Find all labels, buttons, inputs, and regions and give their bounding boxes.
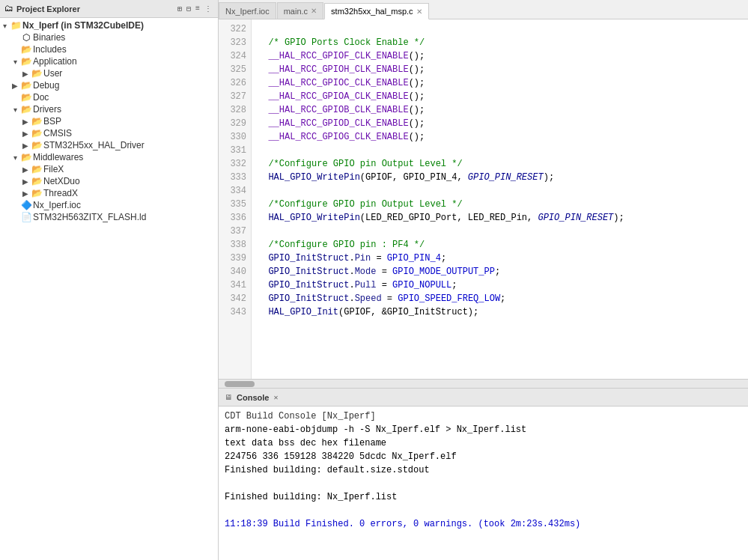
- line-number: 331: [223, 144, 246, 157]
- tree-arrow: ▾: [0, 22, 9, 30]
- line-number: 330: [223, 130, 246, 144]
- tab-stm32h5xx_hal_msp_c[interactable]: stm32h5xx_hal_msp.c✕: [324, 3, 428, 19]
- tree-icon: 📂: [19, 152, 33, 162]
- expand-icon[interactable]: ⊟: [185, 4, 192, 14]
- tree-item-debug[interactable]: ▶ 📂 Debug: [0, 79, 218, 91]
- console-title: Console: [237, 393, 269, 402]
- project-explorer: 🗂 Project Explorer ⊞ ⊟ ≡ ⋮ ▾ 📁 Nx_Iperf …: [0, 0, 219, 560]
- code-content[interactable]: /* GPIO Ports Clock Enable */ __HAL_RCC_…: [252, 19, 748, 379]
- tree-arrow: ▶: [21, 70, 30, 78]
- tree-item-includes[interactable]: 📂 Includes: [0, 43, 218, 55]
- console-line: [225, 477, 742, 490]
- code-line: __HAL_RCC_GPIOF_CLK_ENABLE();: [258, 49, 742, 63]
- tree-icon: 📂: [19, 56, 33, 67]
- line-number: 324: [223, 49, 246, 63]
- tab-close-icon[interactable]: ✕: [416, 7, 422, 16]
- line-number: 332: [223, 157, 246, 171]
- scrollbar-thumb[interactable]: [225, 381, 255, 387]
- tree-icon: 📂: [30, 188, 43, 198]
- tab-label: main.c: [284, 7, 308, 16]
- tree-item-threadx[interactable]: ▶ 📂 ThreadX: [0, 187, 218, 199]
- tree-item-netxduo[interactable]: ▶ 📂 NetXDuo: [0, 175, 218, 187]
- tree-item-filex[interactable]: ▶ 📂 FileX: [0, 163, 218, 175]
- tree-item-doc[interactable]: 📂 Doc: [0, 91, 218, 103]
- tree-arrow: ▶: [21, 177, 30, 186]
- code-line: __HAL_RCC_GPIOC_CLK_ENABLE();: [258, 76, 742, 90]
- tree-item-drivers[interactable]: ▾ 📂 Drivers: [0, 103, 218, 115]
- explorer-toolbar: ⊞ ⊟ ≡ ⋮: [176, 4, 213, 14]
- tree-label: STM32H563ZITX_FLASH.ld: [33, 212, 146, 222]
- tree-label: ThreadX: [43, 188, 78, 198]
- line-number: 326: [223, 76, 246, 90]
- tree-icon: 📂: [30, 176, 43, 186]
- tree-arrow: ▾: [10, 153, 19, 162]
- console-line: text data bss dec hex filename: [225, 436, 742, 450]
- line-number: 339: [223, 252, 246, 265]
- tree-arrow: ▶: [21, 165, 30, 174]
- tree-icon: 📂: [30, 68, 43, 79]
- code-line: /*Configure GPIO pin : PF4 */: [258, 238, 742, 252]
- tree-item-bsp[interactable]: ▶ 📂 BSP: [0, 115, 218, 127]
- tab-close-icon[interactable]: ✕: [311, 7, 317, 15]
- tree-item-cmsis[interactable]: ▶ 📂 CMSIS: [0, 127, 218, 139]
- code-line: __HAL_RCC_GPIOB_CLK_ENABLE();: [258, 103, 742, 117]
- console-line: 224756 336 159128 384220 5dcdc Nx_Iperf.…: [225, 450, 742, 463]
- tab-label: Nx_Iperf.ioc: [225, 7, 270, 16]
- filter-icon[interactable]: ≡: [194, 4, 201, 14]
- tree-item-application[interactable]: ▾ 📂 Application: [0, 55, 218, 67]
- console-build-title: CDT Build Console [Nx_Iperf]: [225, 410, 742, 423]
- code-line: /*Configure GPIO pin Output Level */: [258, 157, 742, 171]
- console-panel: 🖥 Console ✕ CDT Build Console [Nx_Iperf]…: [219, 388, 748, 560]
- line-number: 325: [223, 63, 246, 76]
- tab-main_c[interactable]: main.c✕: [277, 2, 323, 19]
- code-line: [258, 144, 742, 157]
- line-number: 338: [223, 238, 246, 252]
- code-editor[interactable]: 3223233243253263273283293303313323333343…: [219, 19, 748, 379]
- collapse-icon[interactable]: ⊞: [176, 4, 183, 14]
- console-close-button[interactable]: ✕: [273, 393, 278, 402]
- tab-bar: Nx_Iperf.iocmain.c✕stm32h5xx_hal_msp.c✕: [219, 0, 748, 19]
- tree-arrow: ▶: [21, 130, 30, 138]
- line-number: 342: [223, 292, 246, 305]
- tree-icon: 📂: [19, 80, 33, 91]
- tree-icon: 📂: [30, 164, 43, 174]
- tree-label: Doc: [33, 92, 49, 103]
- tree-label: Middlewares: [33, 152, 83, 162]
- console-line: 11:18:39 Build Finished. 0 errors, 0 war…: [225, 517, 742, 531]
- code-line: __HAL_RCC_GPIOH_CLK_ENABLE();: [258, 63, 742, 76]
- tree-icon: 📁: [9, 20, 22, 31]
- tree-item-stm32h5xx_hal_driver[interactable]: ▶ 📂 STM32H5xx_HAL_Driver: [0, 139, 218, 151]
- line-number: 328: [223, 103, 246, 117]
- tree-icon: 🔷: [19, 200, 33, 210]
- line-number: 334: [223, 184, 246, 198]
- code-area: Nx_Iperf.iocmain.c✕stm32h5xx_hal_msp.c✕ …: [219, 0, 748, 560]
- tree-label: CMSIS: [43, 128, 72, 139]
- tab-label: stm32h5xx_hal_msp.c: [331, 7, 413, 16]
- tree-label: Binaries: [33, 32, 65, 43]
- line-number: 322: [223, 22, 246, 36]
- menu-icon[interactable]: ⋮: [203, 4, 213, 14]
- code-line: GPIO_InitStruct.Mode = GPIO_MODE_OUTPUT_…: [258, 265, 742, 279]
- tree-label: Debug: [33, 80, 59, 91]
- horizontal-scrollbar[interactable]: [219, 379, 748, 388]
- tree-label: BSP: [43, 116, 61, 127]
- tree-item-middlewares[interactable]: ▾ 📂 Middlewares: [0, 151, 218, 163]
- line-number: 335: [223, 198, 246, 211]
- tree-item-nx_iperf.ioc[interactable]: 🔷 Nx_Iperf.ioc: [0, 199, 218, 211]
- code-line: [258, 225, 742, 238]
- tree-arrow: ▾: [10, 106, 19, 114]
- code-line: HAL_GPIO_Init(GPIOF, &GPIO_InitStruct);: [258, 305, 742, 319]
- tree-item-stm32h563zitx_flash.ld[interactable]: 📄 STM32H563ZITX_FLASH.ld: [0, 211, 218, 223]
- tree-item-binaries[interactable]: ⬡ Binaries: [0, 31, 218, 43]
- tree-icon: 📂: [19, 92, 33, 103]
- tree-item-nx_iperf_(in_stm32cubeide)[interactable]: ▾ 📁 Nx_Iperf (in STM32CubeIDE): [0, 19, 218, 31]
- console-line: [225, 504, 742, 517]
- code-line: /* GPIO Ports Clock Enable */: [258, 36, 742, 49]
- line-number: 333: [223, 171, 246, 184]
- tab-Nx_Iperf_ioc[interactable]: Nx_Iperf.ioc: [219, 2, 276, 19]
- code-line: [258, 22, 742, 36]
- tree-arrow: ▶: [21, 141, 30, 150]
- tree-item-user[interactable]: ▶ 📂 User: [0, 67, 218, 79]
- tree-label: Includes: [33, 44, 67, 55]
- line-number: 323: [223, 36, 246, 49]
